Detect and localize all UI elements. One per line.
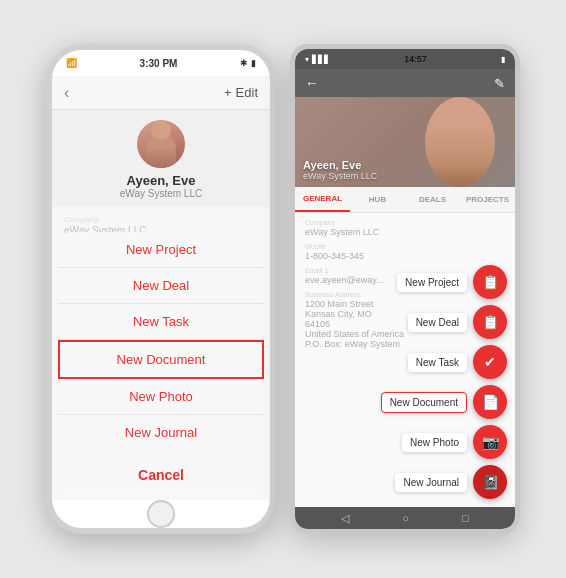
home-button[interactable] <box>147 500 175 528</box>
android-home-nav[interactable]: ○ <box>402 512 409 524</box>
android-edit-button[interactable]: ✎ <box>494 76 505 91</box>
fab-label-deal: New Deal <box>408 313 467 332</box>
fab-row-journal: New Journal 📓 <box>395 465 507 499</box>
android-contact-company: eWay System LLC <box>303 171 377 181</box>
bluetooth-icon: ✱ <box>240 58 248 68</box>
android-hero: Ayeen, Eve eWay System LLC <box>295 97 515 187</box>
fab-btn-photo[interactable]: 📷 <box>473 425 507 459</box>
android-time: 14:57 <box>404 54 427 64</box>
new-deal-action[interactable]: New Deal <box>58 268 264 304</box>
contact-name: Ayeen, Eve <box>127 173 196 188</box>
cancel-action[interactable]: Cancel <box>58 456 264 494</box>
edit-label: Edit <box>236 85 258 100</box>
tab-hub[interactable]: HUB <box>350 187 405 212</box>
fab-row-task: New Task ✔ <box>408 345 507 379</box>
company-label: Company <box>64 215 258 224</box>
action-group: New Project New Deal New Task New Docume… <box>58 232 264 450</box>
new-project-action[interactable]: New Project <box>58 232 264 268</box>
fab-task-icon: ✔ <box>484 354 496 370</box>
android-wifi-icon: ▾ <box>305 55 309 64</box>
fab-btn-journal[interactable]: 📓 <box>473 465 507 499</box>
android-back-nav[interactable]: ◁ <box>341 512 349 525</box>
fab-btn-document[interactable]: 📄 <box>473 385 507 419</box>
fab-row-project: New Project 📋 <box>397 265 507 299</box>
android-battery-icon: ▮ <box>501 55 505 64</box>
fab-btn-deal[interactable]: 📋 <box>473 305 507 339</box>
fab-row-deal: New Deal 📋 <box>408 305 507 339</box>
fab-photo-icon: 📷 <box>482 434 499 450</box>
iphone-body: Company eWay System LLC New Project New … <box>52 207 270 500</box>
fab-label-document: New Document <box>381 392 467 413</box>
tab-general[interactable]: GENERAL <box>295 187 350 212</box>
fab-label-journal: New Journal <box>395 473 467 492</box>
android-back-button[interactable]: ← <box>305 75 319 91</box>
fab-label-photo: New Photo <box>402 433 467 452</box>
android-nav-bar: ← ✎ <box>295 69 515 97</box>
fab-row-document: New Document 📄 <box>381 385 507 419</box>
android-status-bar: ▾ ▋▋▋ 14:57 ▮ <box>295 49 515 69</box>
back-button[interactable]: ‹ <box>64 84 69 102</box>
fab-project-icon: 📋 <box>482 274 499 290</box>
android-recents-nav[interactable]: □ <box>462 512 469 524</box>
iphone-profile: Ayeen, Eve eWay System LLC <box>52 110 270 207</box>
battery-icon: ▮ <box>251 58 256 68</box>
new-document-action[interactable]: New Document <box>58 340 264 379</box>
fab-label-task: New Task <box>408 353 467 372</box>
fab-overlay: New Project 📋 New Deal 📋 New Task <box>295 213 515 507</box>
new-task-action[interactable]: New Task <box>58 304 264 340</box>
fab-btn-task[interactable]: ✔ <box>473 345 507 379</box>
hero-avatar <box>425 97 495 187</box>
wifi-icon: 📶 <box>66 58 77 68</box>
iphone-status-bar: 📶 3:30 PM ✱ ▮ <box>52 50 270 76</box>
android-body: Company eWay System LLC Mobile 1-800-345… <box>295 213 515 507</box>
edit-button[interactable]: + Edit <box>224 85 258 100</box>
android-tabs: GENERAL HUB DEALS PROJECTS <box>295 187 515 213</box>
fab-deal-icon: 📋 <box>482 314 499 330</box>
iphone-device: 📶 3:30 PM ✱ ▮ ‹ + Edit <box>46 44 276 534</box>
android-device: ▾ ▋▋▋ 14:57 ▮ ← ✎ Ayeen, Eve eWay System… <box>290 44 520 534</box>
avatar <box>137 120 185 168</box>
fab-label-project: New Project <box>397 273 467 292</box>
android-hero-info: Ayeen, Eve eWay System LLC <box>303 159 377 181</box>
action-sheet: New Project New Deal New Task New Docume… <box>52 232 270 500</box>
android-signal-icon: ▋▋▋ <box>312 55 330 64</box>
iphone-nav: ‹ + Edit <box>52 76 270 110</box>
iphone-time: 3:30 PM <box>140 58 178 69</box>
contact-company: eWay System LLC <box>120 188 202 199</box>
fab-journal-icon: 📓 <box>482 474 499 490</box>
android-bottom-bar: ◁ ○ □ <box>295 507 515 529</box>
plus-icon: + <box>224 85 232 100</box>
tab-projects[interactable]: PROJECTS <box>460 187 515 212</box>
new-photo-action[interactable]: New Photo <box>58 379 264 415</box>
iphone-home-bar <box>52 500 270 528</box>
fab-btn-project[interactable]: 📋 <box>473 265 507 299</box>
android-contact-name: Ayeen, Eve <box>303 159 377 171</box>
fab-document-icon: 📄 <box>482 394 499 410</box>
tab-deals[interactable]: DEALS <box>405 187 460 212</box>
fab-row-photo: New Photo 📷 <box>402 425 507 459</box>
new-journal-action[interactable]: New Journal <box>58 415 264 450</box>
